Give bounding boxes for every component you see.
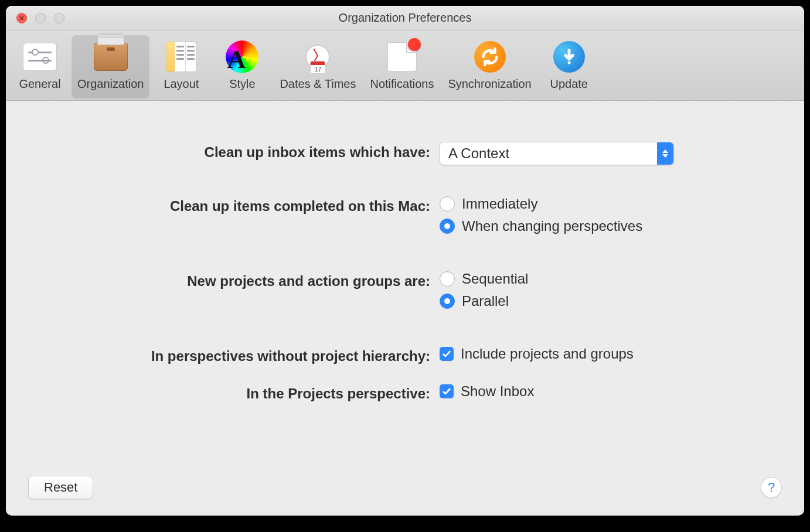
preferences-content: Clean up inbox items which have: A Conte…	[6, 101, 804, 516]
font-color-icon: A	[224, 39, 260, 75]
cleanup-changing-perspectives-radio[interactable]: When changing perspectives	[440, 218, 781, 234]
titlebar: Organization Preferences	[6, 6, 804, 30]
tab-layout[interactable]: Layout	[152, 35, 210, 98]
tab-label: Style	[229, 77, 255, 91]
cleanup-inbox-label: Clean up inbox items which have:	[29, 142, 440, 161]
radio-icon	[440, 196, 455, 212]
tab-label: Organization	[77, 77, 144, 91]
note-badge-icon	[384, 39, 420, 75]
radio-label: When changing perspectives	[462, 218, 642, 234]
preferences-toolbar: General Organization Layout A Style	[6, 30, 804, 101]
tab-label: Layout	[164, 77, 199, 91]
tab-style[interactable]: A Style	[213, 35, 271, 98]
parallel-radio[interactable]: Parallel	[440, 293, 781, 309]
cleanup-inbox-popup[interactable]: A Context	[440, 142, 674, 165]
tab-label: Notifications	[370, 77, 434, 91]
without-hierarchy-label: In perspectives without project hierarch…	[29, 346, 440, 364]
radio-label: Parallel	[462, 293, 509, 309]
tab-label: Dates & Times	[280, 77, 356, 91]
window-title: Organization Preferences	[6, 11, 804, 25]
checkmark-icon	[440, 384, 454, 398]
radio-icon	[440, 219, 455, 234]
tab-synchronization[interactable]: Synchronization	[442, 35, 537, 98]
sync-icon	[472, 39, 508, 75]
help-button[interactable]: ?	[761, 477, 782, 498]
show-inbox-checkbox[interactable]: Show Inbox	[440, 383, 781, 400]
cleanup-immediately-radio[interactable]: Immediately	[440, 196, 781, 212]
download-arrow-icon	[551, 39, 587, 75]
preferences-window: Organization Preferences General Organiz…	[6, 6, 804, 516]
checkbox-label: Include projects and groups	[461, 346, 634, 362]
projects-perspective-label: In the Projects perspective:	[29, 383, 440, 402]
clock-calendar-icon: 17	[300, 39, 336, 75]
reset-button[interactable]: Reset	[28, 476, 93, 499]
footer: Reset ?	[28, 476, 782, 499]
tab-label: Update	[550, 77, 588, 91]
tab-notifications[interactable]: Notifications	[364, 35, 440, 98]
columns-icon	[163, 39, 199, 75]
include-projects-checkbox[interactable]: Include projects and groups	[440, 346, 781, 362]
tab-organization[interactable]: Organization	[72, 35, 149, 98]
sliders-icon	[22, 39, 58, 75]
tab-label: Synchronization	[448, 77, 531, 91]
tab-label: General	[19, 77, 60, 91]
new-projects-label: New projects and action groups are:	[29, 271, 440, 289]
drawer-icon	[93, 39, 129, 75]
sequential-radio[interactable]: Sequential	[440, 271, 781, 287]
checkbox-label: Show Inbox	[461, 383, 534, 400]
cleanup-completed-label: Clean up items completed on this Mac:	[29, 196, 440, 214]
checkmark-icon	[440, 347, 454, 361]
popup-value: A Context	[448, 145, 509, 162]
tab-general[interactable]: General	[11, 35, 69, 98]
tab-dates-times[interactable]: 17 Dates & Times	[274, 35, 362, 98]
chevron-updown-icon	[657, 142, 673, 165]
svg-point-0	[567, 62, 570, 64]
radio-label: Sequential	[462, 271, 528, 287]
radio-icon	[440, 294, 455, 309]
tab-update[interactable]: Update	[540, 35, 598, 98]
radio-icon	[440, 271, 455, 287]
radio-label: Immediately	[462, 196, 537, 212]
